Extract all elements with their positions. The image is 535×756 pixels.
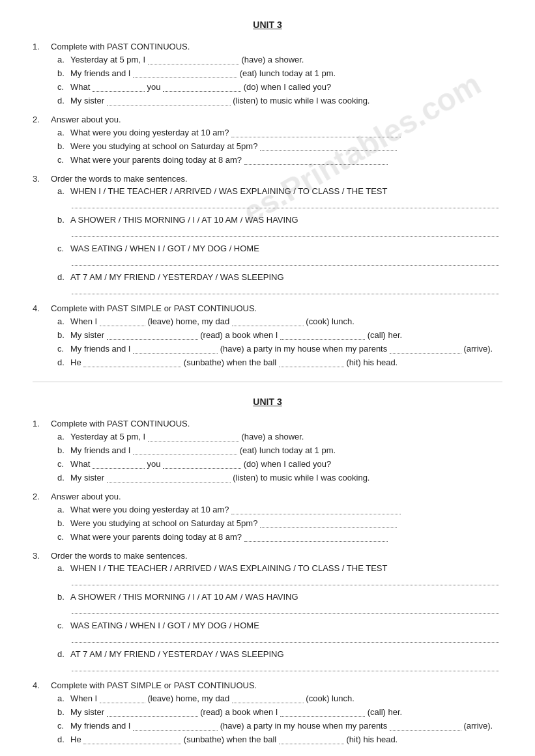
list-item: d. AT 7 AM / MY FRIEND / YESTERDAY / WAS…	[57, 272, 502, 294]
section-label: Complete with PAST SIMPLE or PAST CONTIN…	[51, 680, 257, 690]
item-letter: c.	[57, 244, 68, 253]
section-label: Complete with PAST CONTINUOUS.	[51, 419, 190, 428]
page-title: UNIT 3	[33, 20, 502, 30]
item-letter: d.	[57, 735, 68, 744]
section-1: 1. Complete with PAST CONTINUOUS. a. Yes…	[33, 42, 502, 105]
item-letter: a.	[57, 186, 68, 196]
item-letter: b.	[57, 141, 68, 151]
item-letter: a.	[57, 563, 68, 573]
list-item: c. WAS EATING / WHEN I / GOT / MY DOG / …	[57, 244, 502, 266]
page-divider	[33, 382, 502, 382]
section-label: Answer about you.	[51, 115, 121, 124]
item-letter: d.	[57, 473, 68, 483]
list-item: c. What you (do) when I called you?	[57, 81, 502, 92]
section-label: Order the words to make sentences.	[51, 551, 188, 561]
section-num: 4.	[33, 303, 46, 313]
list-item: d. My sister (listen) to music while I w…	[57, 95, 502, 105]
section-1b: 1. Complete with PAST CONTINUOUS. a. Yes…	[33, 419, 502, 483]
section-num: 3.	[33, 174, 46, 184]
item-letter: a.	[57, 505, 68, 514]
item-letter: c.	[57, 459, 68, 469]
list-item: a. Yesterday at 5 pm, I (have) a shower.	[57, 54, 502, 64]
item-letter: b.	[57, 68, 68, 78]
section-4b: 4. Complete with PAST SIMPLE or PAST CON…	[33, 680, 502, 744]
list-item: c. My friends and I (have) a party in my…	[57, 343, 502, 354]
item-letter: c.	[57, 532, 68, 542]
list-item: c. My friends and I (have) a party in my…	[57, 720, 502, 731]
list-item: d. He (sunbathe) when the ball (hit) his…	[57, 357, 502, 367]
list-item: a. What were you doing yesterday at 10 a…	[57, 504, 502, 514]
section-2: 2. Answer about you. a. What were you do…	[33, 115, 502, 165]
list-item: b. My friends and I (eat) lunch today at…	[57, 445, 502, 455]
list-item: b. My sister (read) a book when I (call)…	[57, 707, 502, 717]
item-letter: d.	[57, 272, 68, 282]
section-label: Order the words to make sentences.	[51, 174, 188, 184]
section-label: Complete with PAST CONTINUOUS.	[51, 42, 190, 51]
page-title-2: UNIT 3	[33, 397, 502, 407]
list-item: c. WAS EATING / WHEN I / GOT / MY DOG / …	[57, 621, 502, 643]
section-2b: 2. Answer about you. a. What were you do…	[33, 492, 502, 542]
item-letter: c.	[57, 721, 68, 731]
section-3: 3. Order the words to make sentences. a.…	[33, 174, 502, 294]
list-item: a. What were you doing yesterday at 10 a…	[57, 127, 502, 137]
section-4: 4. Complete with PAST SIMPLE or PAST CON…	[33, 303, 502, 367]
section-label: Answer about you.	[51, 492, 121, 501]
section-num: 2.	[33, 492, 46, 501]
item-letter: d.	[57, 649, 68, 659]
section-num: 1.	[33, 42, 46, 51]
list-item: b. A SHOWER / THIS MORNING / I / AT 10 A…	[57, 592, 502, 614]
item-letter: b.	[57, 707, 68, 717]
list-item: a. When I (leave) home, my dad (cook) lu…	[57, 693, 502, 703]
list-item: b. A SHOWER / THIS MORNING / I / AT 10 A…	[57, 215, 502, 237]
list-item: a. When I (leave) home, my dad (cook) lu…	[57, 316, 502, 326]
item-letter: b.	[57, 330, 68, 340]
list-item: a. Yesterday at 5 pm, I (have) a shower.	[57, 431, 502, 441]
item-letter: d.	[57, 96, 68, 105]
section-num: 2.	[33, 115, 46, 124]
section-label: Complete with PAST SIMPLE or PAST CONTIN…	[51, 303, 257, 313]
item-letter: b.	[57, 518, 68, 528]
list-item: b. Were you studying at school on Saturd…	[57, 518, 502, 528]
section-num: 1.	[33, 419, 46, 428]
list-item: a. WHEN I / THE TEACHER / ARRIVED / WAS …	[57, 186, 502, 208]
list-item: b. Were you studying at school on Saturd…	[57, 141, 502, 151]
item-letter: c.	[57, 621, 68, 630]
section-num: 4.	[33, 680, 46, 690]
item-letter: c.	[57, 155, 68, 165]
list-item: b. My friends and I (eat) lunch today at…	[57, 68, 502, 78]
list-item: c. What you (do) when I called you?	[57, 458, 502, 469]
section-num: 3.	[33, 551, 46, 561]
list-item: c. What were your parents doing today at…	[57, 531, 502, 542]
list-item: c. What were your parents doing today at…	[57, 154, 502, 165]
item-letter: b.	[57, 592, 68, 602]
list-item: b. My sister (read) a book when I (call)…	[57, 329, 502, 340]
item-letter: a.	[57, 55, 68, 64]
item-letter: a.	[57, 432, 68, 441]
item-letter: b.	[57, 445, 68, 455]
list-item: d. AT 7 AM / MY FRIEND / YESTERDAY / WAS…	[57, 649, 502, 671]
item-letter: a.	[57, 693, 68, 703]
item-letter: a.	[57, 128, 68, 137]
item-letter: c.	[57, 344, 68, 354]
section-3b: 3. Order the words to make sentences. a.…	[33, 551, 502, 671]
item-letter: b.	[57, 215, 68, 225]
item-letter: a.	[57, 316, 68, 326]
item-letter: d.	[57, 357, 68, 367]
item-letter: c.	[57, 82, 68, 92]
list-item: d. He (sunbathe) when the ball (hit) his…	[57, 734, 502, 744]
list-item: a. WHEN I / THE TEACHER / ARRIVED / WAS …	[57, 563, 502, 585]
list-item: d. My sister (listen) to music while I w…	[57, 472, 502, 483]
